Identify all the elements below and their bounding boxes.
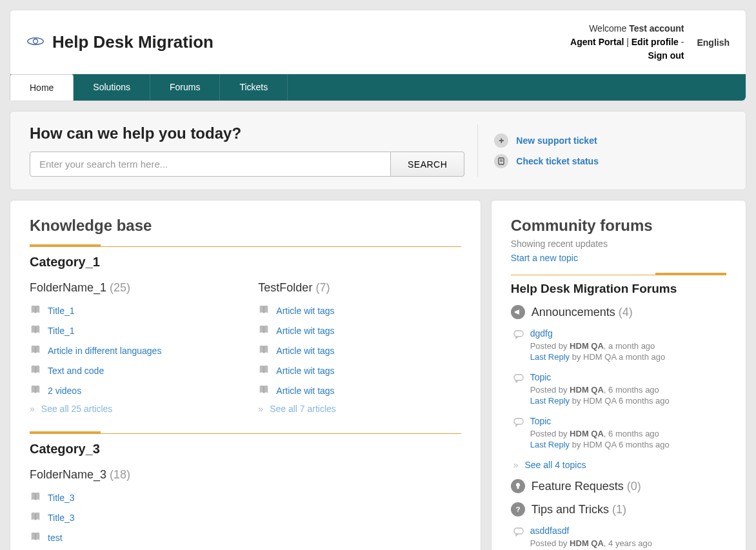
topic-posted: Posted by HDM QA, 6 months ago <box>530 429 726 438</box>
chat-icon <box>513 328 524 341</box>
forum-topic: TopicPosted by HDM QA, 6 months agoLast … <box>511 372 726 407</box>
new-ticket-link[interactable]: + New support ticket <box>494 133 726 148</box>
book-icon <box>30 531 41 544</box>
last-reply-link[interactable]: Last Reply <box>530 352 570 362</box>
start-topic-link[interactable]: Start a new topic <box>511 253 726 263</box>
forum-section-header[interactable]: Feature Requests (0) <box>511 479 726 493</box>
forum-section-header[interactable]: Announcements (4) <box>511 305 726 319</box>
agent-portal-link[interactable]: Agent Portal <box>570 37 624 47</box>
welcome-block: Welcome Test account Agent Portal | Edit… <box>570 22 684 63</box>
book-icon <box>30 304 41 317</box>
article-item[interactable]: 2 videos <box>30 384 232 397</box>
svg-point-1 <box>34 39 38 44</box>
brand[interactable]: Help Desk Migration <box>26 32 214 52</box>
article-item[interactable]: Text and code <box>30 364 232 377</box>
article-link[interactable]: test <box>48 533 63 543</box>
nav-solutions[interactable]: Solutions <box>74 74 150 101</box>
nav-forums[interactable]: Forums <box>150 74 220 101</box>
knowledge-base-card: Knowledge base Category_1FolderName_1 (2… <box>10 200 481 550</box>
search-input[interactable] <box>30 152 391 177</box>
topic-last-reply: Last Reply by HDM QA 6 months ago <box>530 396 726 406</box>
folder: FolderName_3 (18)Title_3Title_3testtestt… <box>30 468 461 550</box>
last-reply-link[interactable]: Last Reply <box>530 396 570 406</box>
article-item[interactable]: Article wit tags <box>258 324 461 337</box>
article-link[interactable]: Article in different languages <box>48 346 161 356</box>
article-item[interactable]: Title_1 <box>30 324 232 337</box>
article-link[interactable]: Title_1 <box>48 306 75 316</box>
svg-text:?: ? <box>515 506 520 513</box>
svg-point-23 <box>516 483 520 487</box>
folder-name[interactable]: FolderName_3 (18) <box>30 468 461 482</box>
article-item[interactable]: Article wit tags <box>258 344 461 357</box>
community-title: Community forums <box>511 217 726 235</box>
book-icon <box>30 364 41 377</box>
topic-title-link[interactable]: dgdfg <box>530 328 726 339</box>
article-item[interactable]: Title_1 <box>30 304 232 317</box>
edit-profile-link[interactable]: Edit profile <box>632 37 679 47</box>
book-icon <box>30 324 41 337</box>
chevron-right-icon: » <box>258 404 263 414</box>
language-selector[interactable]: English <box>697 37 730 48</box>
topic-last-reply: Last Reply by HDM QA 6 months ago <box>530 440 726 449</box>
section-icon: ? <box>511 502 525 516</box>
book-icon <box>258 384 270 397</box>
article-item[interactable]: Article wit tags <box>258 304 461 317</box>
community-subtitle: Showing recent updates <box>511 239 726 249</box>
nav-tickets[interactable]: Tickets <box>220 74 288 101</box>
search-title: How can we help you today? <box>30 124 464 142</box>
see-all-articles[interactable]: »See all 25 articles <box>30 404 232 414</box>
article-link[interactable]: Article wit tags <box>276 366 334 376</box>
document-icon <box>494 154 508 168</box>
article-link[interactable]: Text and code <box>48 366 104 376</box>
see-all-articles[interactable]: »See all 7 articles <box>258 404 461 414</box>
nav-home[interactable]: Home <box>10 74 74 101</box>
article-item[interactable]: Article in different languages <box>30 344 232 357</box>
section-icon <box>511 479 525 493</box>
svg-rect-22 <box>514 418 523 424</box>
chevron-right-icon: » <box>513 460 519 470</box>
book-icon <box>30 384 41 397</box>
book-icon <box>30 344 41 357</box>
forum-section-header[interactable]: ?Tips and Tricks (1) <box>511 502 726 516</box>
account-name: Test account <box>629 23 684 34</box>
last-reply-link[interactable]: Last Reply <box>530 440 570 449</box>
article-link[interactable]: Article wit tags <box>276 326 334 336</box>
book-icon <box>258 324 270 337</box>
folder-name[interactable]: TestFolder (7) <box>258 281 461 295</box>
article-item[interactable]: Article wit tags <box>258 364 461 377</box>
brand-title: Help Desk Migration <box>52 32 214 52</box>
article-link[interactable]: 2 videos <box>48 386 81 396</box>
check-status-link[interactable]: Check ticket status <box>494 154 726 168</box>
article-item[interactable]: Title_3 <box>30 511 461 524</box>
book-icon <box>30 491 41 504</box>
article-link[interactable]: Article wit tags <box>276 386 334 396</box>
plus-icon: + <box>494 133 508 148</box>
article-link[interactable]: Title_1 <box>48 326 75 336</box>
article-item[interactable]: test <box>30 531 461 544</box>
svg-rect-26 <box>514 528 523 534</box>
chat-icon <box>513 416 524 429</box>
book-icon <box>258 364 270 377</box>
section-icon <box>511 305 525 319</box>
community-card: Community forums Showing recent updates … <box>491 200 746 550</box>
article-item[interactable]: Article wit tags <box>258 384 461 397</box>
article-link[interactable]: Article wit tags <box>276 306 334 316</box>
topic-title-link[interactable]: asddfasdf <box>530 525 726 536</box>
folder: TestFolder (7)Article wit tagsArticle wi… <box>258 281 461 414</box>
article-link[interactable]: Article wit tags <box>276 346 334 356</box>
svg-rect-24 <box>517 487 519 489</box>
chat-icon <box>513 372 524 385</box>
book-icon <box>258 304 270 317</box>
folder-name[interactable]: FolderName_1 (25) <box>30 281 232 295</box>
forum-topic: asddfasdfPosted by HDM QA, 4 years agoLa… <box>511 525 726 550</box>
article-link[interactable]: Title_3 <box>48 513 75 523</box>
see-all-topics[interactable]: »See all 4 topics <box>513 460 726 470</box>
forum-name: Help Desk Migration Forums <box>511 282 726 296</box>
main-nav: Home Solutions Forums Tickets <box>10 74 746 101</box>
article-item[interactable]: Title_3 <box>30 491 461 504</box>
article-link[interactable]: Title_3 <box>48 493 75 503</box>
sign-out-link[interactable]: Sign out <box>648 50 684 61</box>
topic-title-link[interactable]: Topic <box>530 372 726 382</box>
topic-title-link[interactable]: Topic <box>530 416 726 426</box>
search-button[interactable]: SEARCH <box>391 152 464 177</box>
